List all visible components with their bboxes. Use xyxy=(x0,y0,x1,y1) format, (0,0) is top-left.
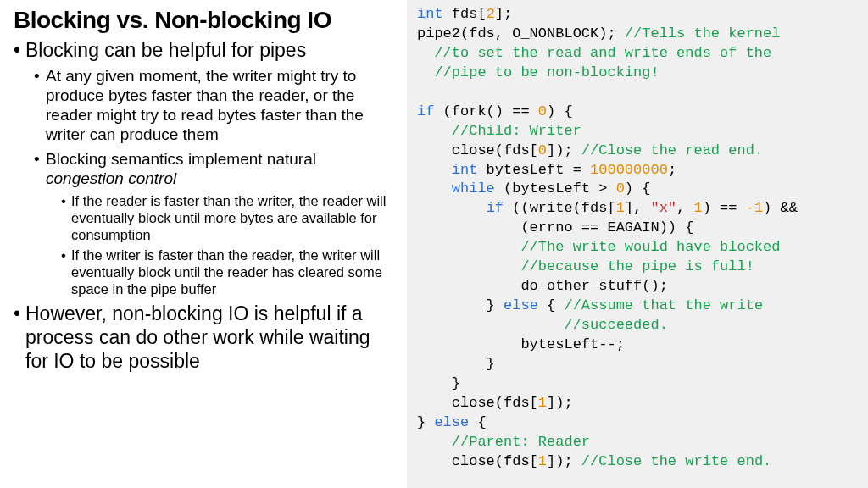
code-keyword: else xyxy=(434,414,469,430)
code-comment: //Tells the kernel xyxy=(625,25,781,42)
code-comment: //pipe to be non-blocking! xyxy=(417,64,659,80)
list-item: If the reader is faster than the writer,… xyxy=(46,192,397,243)
list-item: However, non-blocking IO is helpful if a… xyxy=(14,302,397,373)
code-comment: //Parent: Reader xyxy=(417,434,590,450)
bullet-text: Blocking can be helpful for pipes xyxy=(25,39,306,61)
code-comment: //Close the write end. xyxy=(581,453,771,469)
code-keyword: if xyxy=(417,103,434,119)
code-text xyxy=(417,180,452,197)
list-item: At any given moment, the writer might tr… xyxy=(25,66,397,145)
code-text: } xyxy=(417,375,460,391)
code-comment: //succeeded. xyxy=(417,317,668,333)
list-item: If the writer is faster than the reader,… xyxy=(46,247,397,297)
code-number: 0 xyxy=(616,180,625,197)
text-panel: Blocking vs. Non-blocking IO Blocking ca… xyxy=(0,0,407,488)
code-keyword: if xyxy=(487,200,504,216)
code-text: ) { xyxy=(625,180,651,197)
code-number: 0 xyxy=(538,142,547,158)
code-text: ) == xyxy=(703,200,746,216)
code-text: bytesLeft--; xyxy=(417,336,625,352)
code-string: "x" xyxy=(650,200,676,216)
code-number: 2 xyxy=(487,6,495,22)
code-text xyxy=(417,162,452,178)
bullet-list: Blocking can be helpful for pipes At any… xyxy=(14,39,397,373)
code-text: ; xyxy=(668,162,676,178)
code-comment: //Close the read end. xyxy=(581,142,763,158)
bullet-text: Blocking semantics implement natural xyxy=(46,150,316,168)
code-text xyxy=(417,200,487,216)
code-text: ]); xyxy=(547,142,581,158)
code-text: } xyxy=(417,356,495,372)
code-text: (fork() == xyxy=(434,103,537,119)
code-text: close(fds[ xyxy=(417,453,538,469)
code-keyword: int xyxy=(452,162,478,178)
code-keyword: else xyxy=(504,297,538,313)
code-keyword: while xyxy=(452,180,495,197)
slide-title: Blocking vs. Non-blocking IO xyxy=(14,7,397,34)
code-text: ) { xyxy=(547,103,573,119)
code-number: 100000000 xyxy=(590,162,668,178)
emphasis: congestion control xyxy=(46,169,176,187)
code-comment: //because the pipe is full! xyxy=(417,258,754,274)
list-item: Blocking can be helpful for pipes At any… xyxy=(14,39,397,297)
code-text: pipe2(fds, O_NONBLOCK); xyxy=(417,25,625,42)
code-number: 1 xyxy=(538,453,547,469)
code-text: ], xyxy=(625,200,651,216)
list-item: Blocking semantics implement natural con… xyxy=(25,149,397,297)
code-text: } xyxy=(417,414,434,430)
code-comment: //The write would have blocked xyxy=(417,239,780,255)
code-text: , xyxy=(676,200,693,216)
code-number: 1 xyxy=(616,200,625,216)
code-text: ]); xyxy=(547,453,581,469)
code-text: { xyxy=(469,414,486,430)
code-panel: int fds[2]; pipe2(fds, O_NONBLOCK); //Te… xyxy=(407,0,868,488)
code-text: ]); xyxy=(547,395,573,411)
code-number: 0 xyxy=(538,103,547,119)
code-text: (bytesLeft > xyxy=(495,180,616,197)
code-text: (errno == EAGAIN)) { xyxy=(417,219,693,236)
code-keyword: int xyxy=(417,6,443,22)
code-text: bytesLeft = xyxy=(477,162,590,178)
code-text: ) && xyxy=(763,200,798,216)
code-text: fds[ xyxy=(443,6,487,22)
code-text: do_other_stuff(); xyxy=(417,278,668,294)
code-comment: //to set the read and write ends of the xyxy=(417,45,771,61)
code-text: { xyxy=(538,297,565,313)
code-number: 1 xyxy=(538,395,547,411)
code-number: 1 xyxy=(693,200,702,216)
code-comment: //Assume that the write xyxy=(564,297,763,313)
code-text: ]; xyxy=(495,6,512,22)
code-text: close(fds[ xyxy=(417,395,538,411)
code-number: -1 xyxy=(746,200,763,216)
code-text: } xyxy=(417,297,504,313)
code-comment: //Child: Writer xyxy=(417,123,581,139)
code-text: close(fds[ xyxy=(417,142,538,158)
code-text: ((write(fds[ xyxy=(504,200,616,216)
